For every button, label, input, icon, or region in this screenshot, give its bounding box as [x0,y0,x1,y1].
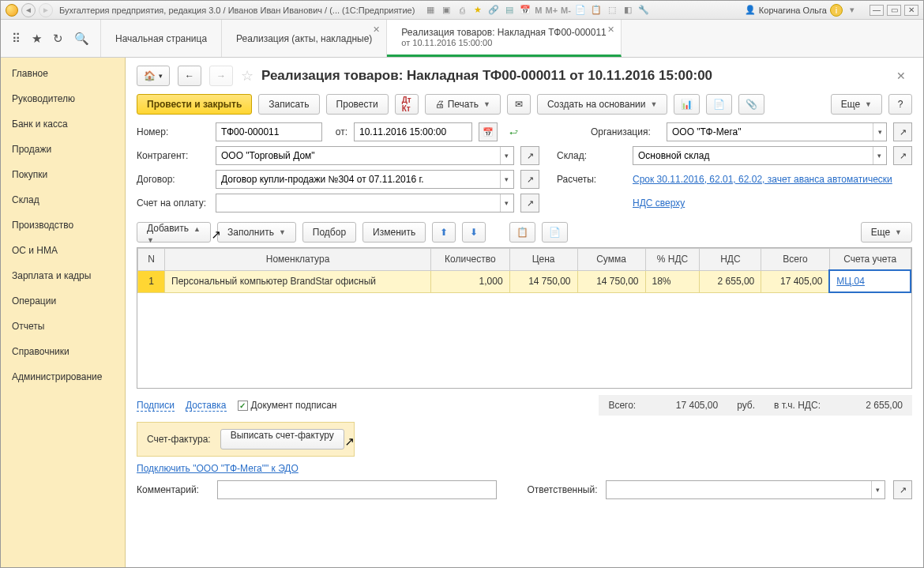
warehouse-field[interactable]: ▾ [633,146,887,165]
wrench-icon[interactable]: 🔧 [637,4,650,17]
home-button[interactable]: 🏠 ▾ [137,66,170,86]
contract-open-button[interactable]: ↗ [520,170,539,189]
delivery-link[interactable]: Доставка [186,400,227,412]
dropdown-icon[interactable]: ▾ [846,4,858,17]
apps-icon[interactable]: ⠿ [12,32,21,46]
history-icon[interactable]: ↻ [53,32,63,46]
more-button[interactable]: Еще▼ [831,94,882,115]
table-cell[interactable]: 1 [138,270,165,292]
paste-icon[interactable]: 📄 [542,222,568,243]
table-header-cell[interactable]: Всего [761,249,830,271]
sidebar-item[interactable]: Покупки [1,162,125,187]
account-link[interactable]: МЦ.04 [836,276,865,287]
toolbar-icon[interactable]: ◧ [622,4,634,17]
date-field[interactable] [354,122,472,141]
connect-edo-link[interactable]: Подключить "ООО "ТФ-Мега"" к ЭДО [137,463,299,474]
write-button[interactable]: Записать [258,94,319,115]
table-cell[interactable]: 17 405,00 [761,270,830,292]
print-button[interactable]: 🖨Печать▼ [425,94,501,115]
nav-fwd-icon[interactable]: ► [39,3,53,17]
table-header-cell[interactable]: НДС [700,249,761,271]
close-tab-icon[interactable]: ✕ [373,24,380,35]
link-icon[interactable]: 🔗 [487,4,500,17]
app-tab[interactable]: Реализация (акты, накладные)✕ [222,20,387,57]
selection-button[interactable]: Подбор [302,222,356,243]
table-cell[interactable]: 14 750,00 [509,270,577,292]
app-tab[interactable]: Начальная страница [101,20,222,57]
add-row-button[interactable]: Добавить▲▼ [137,222,211,243]
sidebar-item[interactable]: ОС и НМА [1,238,125,263]
star-icon[interactable]: ★ [471,4,484,17]
close-tab-icon[interactable]: ✕ [607,24,614,35]
responsible-field[interactable]: ▾ [606,480,885,499]
counterparty-open-button[interactable]: ↗ [520,146,539,165]
invoice-open-button[interactable]: ↗ [520,194,539,213]
mem-mminus[interactable]: М- [561,6,571,15]
post-and-close-button[interactable]: Провести и закрыть [137,94,252,115]
email-icon[interactable]: ✉ [507,94,531,115]
table-cell[interactable]: Персональный компьютер BrandStar офисный [165,270,431,292]
sidebar-item[interactable]: Производство [1,213,125,238]
sidebar-item[interactable]: Операции [1,288,125,314]
toolbar-icon[interactable]: 📋 [590,4,603,17]
contract-field[interactable]: ▾ [216,170,514,189]
toolbar-icon[interactable]: ▦ [424,4,437,17]
sidebar-item[interactable]: Склад [1,187,125,213]
table-header-cell[interactable]: % НДС [645,249,700,271]
table-header-cell[interactable]: Цена [509,249,577,271]
sidebar-item[interactable]: Продажи [1,137,125,162]
counterparty-field[interactable]: ▾ [216,146,514,165]
nav-back-icon[interactable]: ◄ [21,3,36,17]
calc-icon[interactable]: ▤ [503,4,516,17]
document-signed-checkbox[interactable]: ✓ Документ подписан [238,400,337,411]
signatures-link[interactable]: Подписи [137,400,175,412]
responsible-open-button[interactable]: ↗ [893,480,912,499]
copy-icon[interactable]: 📋 [509,222,535,243]
create-invoice-facture-button[interactable]: Выписать счет-фактуру [220,429,344,450]
move-down-button[interactable]: ⬇ [462,222,486,243]
table-row[interactable]: 1Персональный компьютер BrandStar офисны… [138,270,911,292]
table-cell[interactable]: 1,000 [431,270,509,292]
calendar-icon[interactable]: 📅 [519,4,531,17]
sidebar-item[interactable]: Зарплата и кадры [1,263,125,288]
warehouse-open-button[interactable]: ↗ [893,146,912,165]
table-header-cell[interactable]: Номенклатура [165,249,431,271]
info-icon[interactable]: i [830,4,843,17]
change-button[interactable]: Изменить [362,222,426,243]
current-user[interactable]: 👤 Корчагина Ольга [745,5,827,15]
table-header-cell[interactable]: N [138,249,165,271]
sidebar-item[interactable]: Банк и касса [1,111,125,137]
search-icon[interactable]: 🔍 [74,32,89,46]
org-open-button[interactable]: ↗ [893,122,912,141]
invoice-field[interactable]: ▾ [216,194,514,213]
org-field[interactable]: ▾ [667,122,887,141]
number-field[interactable] [216,122,322,141]
nav-fwd-button[interactable]: → [209,66,233,86]
calculations-link[interactable]: Срок 30.11.2016, 62.01, 62.02, зачет ава… [633,174,892,185]
file-icon[interactable]: 📄 [706,94,732,115]
toolbar-icon[interactable]: ⎙ [456,4,468,17]
table-cell[interactable]: 14 750,00 [577,270,645,292]
sidebar-item[interactable]: Руководителю [1,86,125,111]
close-document-button[interactable]: ✕ [890,66,912,85]
maximize-button[interactable]: ▭ [887,5,901,16]
calendar-button[interactable]: 📅 [479,122,498,141]
close-window-button[interactable]: ✕ [904,5,918,16]
comment-field[interactable] [217,480,497,499]
mem-mplus[interactable]: М+ [545,6,558,15]
sidebar-item[interactable]: Справочники [1,339,125,364]
post-button[interactable]: Провести [326,94,389,115]
table-more-button[interactable]: Еще▼ [861,222,912,243]
table-cell[interactable]: МЦ.04 [829,270,911,292]
sidebar-item[interactable]: Главное [1,61,125,86]
minimize-button[interactable]: — [870,5,884,16]
table-header-cell[interactable]: Количество [431,249,509,271]
favorite-icon[interactable]: ★ [32,32,42,46]
dt-kt-icon[interactable]: ДтКт [395,94,419,115]
sidebar-item[interactable]: Администрирование [1,364,125,389]
move-up-button[interactable]: ⬆ [432,222,456,243]
fill-button[interactable]: Заполнить▼ [217,222,296,243]
table-empty-area[interactable] [137,293,911,388]
table-header-cell[interactable]: Счета учета [829,249,911,271]
toolbar-icon[interactable]: 📄 [574,4,587,17]
